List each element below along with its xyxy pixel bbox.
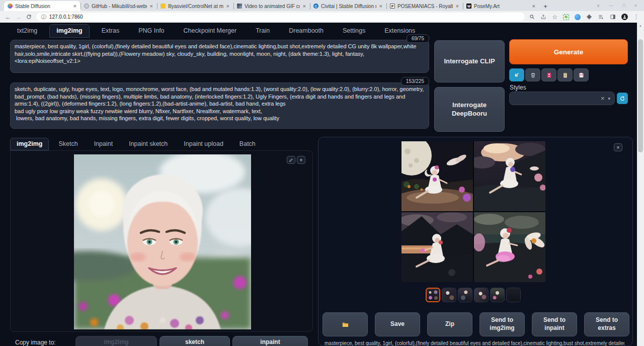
apply-style-button[interactable] (557, 68, 573, 81)
pencil-icon (289, 158, 293, 162)
clear-styles-icon[interactable]: × (601, 95, 605, 102)
zip-button[interactable]: Zip (427, 312, 472, 336)
copy-to-sketch-button[interactable]: sketch (159, 336, 230, 346)
browser-tab-github[interactable]: GitHub - Mikubill/sd-webui-co × (80, 1, 157, 11)
tab-settings[interactable]: Settings (336, 24, 372, 38)
thumbnail-5[interactable] (490, 288, 505, 302)
tab-title: PoseMy.Art (474, 4, 529, 9)
close-icon: × (300, 157, 303, 163)
tab-extras[interactable]: Extras (95, 24, 126, 38)
styles-label: Styles (510, 84, 526, 91)
interrogate-clip-button[interactable]: Interrogate CLIP (434, 40, 505, 82)
browser-tab-controlnet[interactable]: lllyasviel/ControlNet at main × (157, 1, 233, 11)
save-button[interactable]: Save (375, 312, 420, 336)
tab-dreambooth[interactable]: Dreambooth (282, 24, 331, 38)
tab-train[interactable]: Train (249, 24, 277, 38)
extra-networks-button[interactable] (541, 68, 556, 81)
prompt-tool-buttons (509, 68, 589, 81)
reload-icon[interactable] (26, 14, 32, 20)
tab-title: GitHub - Mikubill/sd-webui-co (92, 4, 147, 9)
browser-tab-posemaniacs[interactable]: P POSEMANIACS - Royalty free 3 × (386, 1, 463, 11)
browser-tab-posemyart[interactable]: W PoseMy.Art × (463, 1, 539, 11)
dropdown-arrow-icon[interactable]: ▾ (608, 96, 610, 101)
remove-image-button[interactable]: × (297, 156, 305, 164)
forward-icon[interactable]: → (16, 14, 22, 20)
subtab-inpaint-upload[interactable]: Inpaint upload (177, 138, 230, 150)
gallery-image-3[interactable] (401, 212, 473, 282)
tab-img2img[interactable]: img2img (49, 24, 89, 38)
page-scrollbar[interactable]: ▲ (637, 23, 644, 346)
tab-checkpoint-merger[interactable]: Checkpoint Merger (177, 24, 244, 38)
clear-prompt-button[interactable] (525, 68, 540, 81)
thumbnail-6[interactable] (506, 288, 521, 302)
thumbnail-4[interactable] (474, 288, 489, 302)
browser-tab-stable-diffusion[interactable]: Stable Diffusion × (4, 1, 80, 11)
gallery-image-grid[interactable] (401, 141, 545, 282)
subtab-inpaint-sketch[interactable]: Inpaint sketch (122, 138, 174, 150)
subtab-batch[interactable]: Batch (233, 138, 262, 150)
save-style-button[interactable] (574, 68, 589, 81)
tab-search-icon[interactable]: ∨ (597, 3, 600, 8)
gallery-image-2[interactable] (474, 141, 545, 211)
new-tab-button[interactable]: + (539, 1, 551, 11)
tab-close-icon[interactable]: × (532, 4, 536, 9)
maximize-icon[interactable]: □ (622, 3, 625, 8)
send-to-extras-button[interactable]: Send to extras (584, 312, 629, 336)
interrogate-deepbooru-button[interactable]: Interrogate DeepBooru (434, 87, 505, 132)
generation-info-text: masterpiece, best quality, 1girl, (color… (325, 340, 624, 346)
tab-txt2img[interactable]: txt2img (10, 24, 44, 38)
thumbnail-1[interactable] (426, 288, 440, 302)
subtab-img2img[interactable]: img2img (10, 138, 49, 150)
browser-menu-icon[interactable]: ⋮ (633, 14, 639, 20)
minimize-icon[interactable]: — (609, 3, 613, 8)
blue-extension-icon[interactable] (575, 14, 581, 20)
extensions-puzzle-icon[interactable] (586, 14, 592, 20)
send-to-inpaint-button[interactable]: Send to inpaint (532, 312, 577, 336)
tab-close-icon[interactable]: × (73, 4, 77, 9)
browser-tab-gif-converter[interactable]: Video to animated GIF converter × (233, 1, 310, 11)
notion-extension-icon[interactable]: N (563, 14, 569, 20)
browser-tab-civitai[interactable]: C Civitai | Stable Diffusion model × (310, 1, 386, 11)
tab-close-icon[interactable]: × (455, 4, 459, 9)
thumbnail-3[interactable] (458, 288, 472, 302)
send-to-img2img-button[interactable]: Send to img2img (479, 312, 525, 336)
gallery-close-button[interactable]: × (614, 143, 622, 151)
share-icon[interactable] (540, 14, 546, 20)
zoom-icon[interactable] (529, 14, 535, 20)
generate-button[interactable]: Generate (509, 39, 628, 64)
edit-image-button[interactable] (287, 156, 295, 164)
url-text: 127.0.0.1:7860 (49, 14, 83, 20)
window-close-icon[interactable]: × (634, 3, 637, 8)
prompt-input[interactable]: masterpiece, best quality, 1girl, (color… (10, 40, 429, 73)
tab-png-info[interactable]: PNG Info (131, 24, 171, 38)
scrollbar-thumb[interactable] (638, 39, 643, 152)
tab-close-icon[interactable]: × (379, 4, 383, 9)
tab-close-icon[interactable]: × (302, 4, 306, 9)
back-icon[interactable]: ← (5, 14, 11, 20)
tab-close-icon[interactable]: × (226, 4, 230, 9)
gallery-image-4[interactable] (474, 212, 545, 282)
bookmark-star-icon[interactable]: ☆ (552, 14, 557, 21)
address-bar[interactable]: ⓘ 127.0.0.1:7860 (36, 13, 525, 21)
subtab-sketch[interactable]: Sketch (52, 138, 84, 150)
side-panel-icon[interactable] (610, 14, 616, 20)
gallery-image-1[interactable] (401, 141, 473, 211)
styles-dropdown[interactable]: × ▾ (509, 92, 615, 105)
reading-list-icon[interactable] (598, 14, 604, 20)
open-folder-button[interactable] (323, 312, 368, 336)
source-image-panel[interactable]: × (10, 150, 313, 332)
browser-window: Stable Diffusion × GitHub - Mikubill/sd-… (0, 0, 644, 346)
tab-close-icon[interactable]: × (149, 4, 153, 9)
negative-token-counter: 153/225 (401, 77, 429, 85)
thumbnail-2[interactable] (442, 288, 456, 302)
profile-avatar[interactable] (621, 14, 628, 20)
scrollbar-up-icon[interactable]: ▲ (637, 23, 644, 29)
site-info-icon[interactable]: ⓘ (41, 14, 46, 21)
paste-generation-params-button[interactable] (509, 68, 524, 81)
tab-title: POSEMANIACS - Royalty free 3 (397, 4, 453, 9)
negative-prompt-input[interactable]: sketch, duplicate, ugly, huge eyes, text… (10, 82, 429, 129)
toolbar-icons: ☆ N ⋮ (529, 14, 639, 21)
copy-to-inpaint-button[interactable]: inpaint (232, 336, 308, 346)
refresh-styles-button[interactable] (617, 93, 628, 104)
subtab-inpaint[interactable]: Inpaint (88, 138, 120, 150)
